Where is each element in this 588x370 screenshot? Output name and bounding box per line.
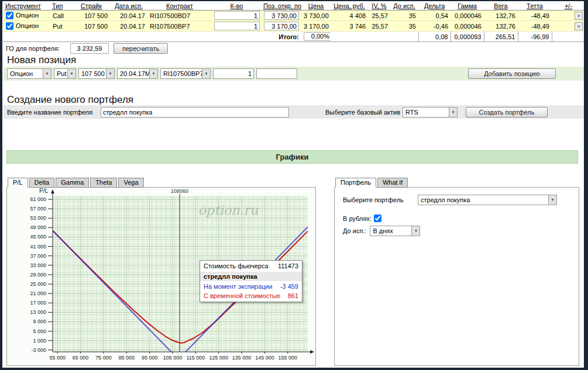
add-position-button[interactable]: Добавить позицию [468,68,556,79]
svg-text:29 000: 29 000 [30,272,46,278]
col-header-days[interactable]: До исп. [390,2,418,11]
svg-text:1 000: 1 000 [33,338,46,344]
tab-theta[interactable]: Theta [90,178,117,188]
col-header-exp-date[interactable]: Дата исп. [110,2,147,11]
svg-text:53 000: 53 000 [30,215,46,221]
totals-percent: 0,00% [304,32,331,41]
svg-text:option.ru: option.ru [198,203,259,217]
col-header-contract[interactable]: Контракт [147,2,212,11]
new-qty-input[interactable] [213,68,254,79]
base-asset-label: Выберите базовый актив [325,109,403,116]
base-asset-select-value: RTS [403,109,449,116]
portfolio-select-value: стредлл покупка [418,196,548,203]
chevron-down-icon: ▼ [106,69,114,78]
contract-select-value: RI107500BP7 [161,70,202,77]
qty-input[interactable] [214,11,260,20]
cell-price-rub: 3 746 [331,21,368,32]
cell-qty [212,11,262,21]
chart-tooltip: Стоимость фьючерса 111473 стредлл покупк… [200,260,302,302]
col-header-delta[interactable]: Дельта [418,2,451,11]
portfolio-name-input[interactable] [101,107,289,117]
totals-row: Итого: 0,00% 0,08 0,000093 265,51 -96,99 [4,32,585,42]
tab-gamma[interactable]: Gamma [56,178,89,188]
col-header-theta[interactable]: Тетта [518,2,552,11]
svg-text:17 000: 17 000 [30,300,46,306]
days-select[interactable]: В днях▼ [370,226,420,236]
col-header-price-rub[interactable]: Цена, руб. [331,2,368,11]
col-header-type[interactable]: Тип [50,2,73,11]
svg-text:75 000: 75 000 [95,355,112,361]
svg-text:41 000: 41 000 [30,244,46,250]
base-asset-select[interactable]: RTS▼ [403,107,458,117]
days-select-value: В днях [370,227,411,234]
strike-select[interactable]: 107 500▼ [78,68,115,79]
tab-vega[interactable]: Vega [118,178,143,188]
rubles-checkbox[interactable] [374,215,381,222]
col-header-gamma[interactable]: Гамма [451,2,484,11]
option-type-select-value: Put [54,70,67,77]
cell-remove: × [552,11,585,21]
cell-type: Put [50,21,73,32]
cell-price-rub: 4 408 [331,11,368,21]
svg-text:135 000: 135 000 [232,355,252,361]
svg-text:61 000: 61 000 [30,196,46,202]
option-type-select[interactable]: Put▼ [54,68,76,79]
svg-text:9 000: 9 000 [33,319,46,324]
col-header-iv[interactable]: IV, % [368,2,390,11]
tab-pl[interactable]: P/L [8,178,28,188]
col-header-strike[interactable]: Страйк [73,2,110,11]
option-portfolio-page: Инструмент Тип Страйк Дата исп. Контракт… [0,0,588,370]
col-header-remove: +/- [552,2,585,11]
cell-open-pos [262,11,301,21]
delete-position-button[interactable]: × [575,12,583,20]
chevron-down-icon: ▼ [149,69,157,78]
position-enabled-checkbox[interactable] [6,12,13,19]
portfolio-select[interactable]: стредлл покупка▼ [418,195,557,205]
open-pos-input[interactable] [264,22,299,30]
chart-panel: P/L Delta Gamma Theta Vega option.ru1080… [6,178,316,366]
col-header-price[interactable]: Цена [301,2,331,11]
new-portfolio-title: Создание нового портфеля [7,94,133,106]
totals-vega: 265,51 [484,32,518,42]
position-enabled-checkbox[interactable] [6,22,13,30]
totals-theta: -96,99 [518,32,552,42]
open-pos-input[interactable] [264,11,299,20]
recalculate-button[interactable]: пересчитать [114,43,168,54]
new-portfolio-row: Введите название портфеля Выберите базов… [4,105,588,119]
col-header-open-pos[interactable]: Поз. откр. по [262,2,301,11]
new-price-input[interactable] [256,68,297,79]
col-header-instrument[interactable]: Инструмент [4,2,50,11]
svg-text:5 000: 5 000 [33,328,46,334]
tooltip-futures-label: Стоимость фьючерса [204,262,269,269]
col-header-qty[interactable]: К-во [212,2,262,11]
tooltip-expiration-label: На момент экспирации [204,283,273,290]
svg-text:108060: 108060 [171,188,188,194]
instrument-select[interactable]: Опцион▼ [7,68,51,79]
exp-date-select[interactable]: 20.04.17М▼ [117,68,158,79]
create-portfolio-button[interactable]: Создать портфель [466,107,548,117]
portfolio-panel: Портфель What if Выберите портфель стред… [334,178,579,366]
tab-portfolio[interactable]: Портфель [335,178,376,188]
svg-text:13 000: 13 000 [30,309,46,315]
tab-delta[interactable]: Delta [29,178,55,188]
qty-input[interactable] [214,22,260,30]
tooltip-portfolio-name: стредлл покупка [200,272,302,281]
margin-row: ГО для портфеля: 3 232,59 пересчитать [6,43,168,54]
cell-delta: -0,46 [418,21,451,32]
cell-gamma: 0,000046 [451,21,484,32]
cell-type: Call [50,11,73,21]
chevron-down-icon: ▼ [449,108,457,117]
cell-qty [212,21,262,32]
contract-select[interactable]: RI107500BP7▼ [160,68,211,79]
cell-contract: RI107500BP7 [147,21,212,32]
cell-remove: × [552,21,585,32]
new-position-title: Новая позиция [7,54,76,66]
delete-position-button[interactable]: × [575,22,583,30]
tooltip-futures-row: Стоимость фьючерса 111473 [200,261,302,270]
tab-what-if[interactable]: What if [377,178,408,188]
empty-cell [368,32,390,42]
svg-text:65 000: 65 000 [73,355,89,361]
chevron-down-icon: ▼ [67,69,75,78]
col-header-vega[interactable]: Вега [484,2,518,11]
portfolio-name-label: Введите название портфеля [4,109,101,116]
